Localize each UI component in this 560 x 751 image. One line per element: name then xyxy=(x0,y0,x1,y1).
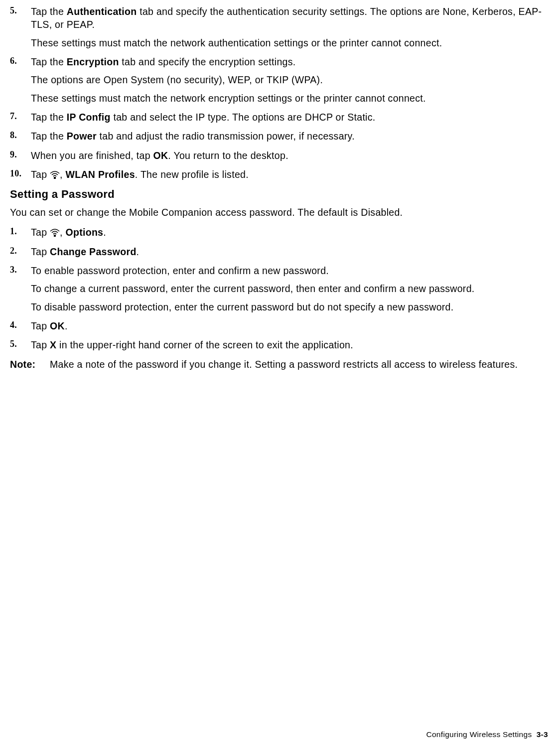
instruction-list-continued: 5.Tap the Authentication tab and specify… xyxy=(10,5,550,181)
item-content: Tap OK. xyxy=(31,319,550,332)
list-item: 10.Tap , WLAN Profiles. The new profile … xyxy=(10,168,550,181)
bold-text: Encryption xyxy=(67,56,119,67)
list-item: 2.Tap Change Password. xyxy=(10,245,550,258)
item-paragraph: The options are Open System (no security… xyxy=(31,73,550,86)
item-paragraph: Tap Change Password. xyxy=(31,245,550,258)
item-content: Tap , Options. xyxy=(31,226,550,239)
item-paragraph: Tap the Authentication tab and specify t… xyxy=(31,5,550,31)
list-item: 9.When you are finished, tap OK. You ret… xyxy=(10,149,550,162)
bold-text: Power xyxy=(67,131,97,142)
list-item: 4.Tap OK. xyxy=(10,319,550,332)
item-paragraph: Tap OK. xyxy=(31,319,550,332)
note-body: Make a note of the password if you chang… xyxy=(50,358,550,371)
item-number: 3. xyxy=(10,264,31,275)
svg-rect-1 xyxy=(54,235,56,237)
item-content: Tap , WLAN Profiles. The new profile is … xyxy=(31,168,550,181)
list-item: 3.To enable password protection, enter a… xyxy=(10,264,550,313)
item-paragraph: To disable password protection, enter th… xyxy=(31,300,550,313)
item-paragraph: Tap , WLAN Profiles. The new profile is … xyxy=(31,168,550,181)
item-content: Tap X in the upper-right hand corner of … xyxy=(31,338,550,351)
section-intro: You can set or change the Mobile Compani… xyxy=(10,206,550,219)
item-paragraph: When you are finished, tap OK. You retur… xyxy=(31,149,550,162)
item-paragraph: Tap the Encryption tab and specify the e… xyxy=(31,55,550,68)
signal-icon xyxy=(50,169,60,178)
list-item: 8.Tap the Power tab and adjust the radio… xyxy=(10,130,550,143)
item-content: To enable password protection, enter and… xyxy=(31,264,550,313)
item-number: 5. xyxy=(10,5,31,16)
page-footer: Configuring Wireless Settings 3-3 xyxy=(426,730,548,739)
list-item: 5.Tap X in the upper-right hand corner o… xyxy=(10,338,550,351)
item-number: 6. xyxy=(10,55,31,66)
item-paragraph: Tap the IP Config tab and select the IP … xyxy=(31,111,550,124)
bold-text: IP Config xyxy=(67,112,111,123)
bold-text: Options xyxy=(66,227,104,238)
bold-text: Change Password xyxy=(50,246,137,257)
item-paragraph: These settings must match the network au… xyxy=(31,36,550,49)
item-number: 5. xyxy=(10,338,31,349)
item-content: When you are finished, tap OK. You retur… xyxy=(31,149,550,162)
item-number: 7. xyxy=(10,111,31,122)
item-number: 9. xyxy=(10,149,31,160)
list-item: 7.Tap the IP Config tab and select the I… xyxy=(10,111,550,124)
bold-text: OK xyxy=(50,320,65,331)
item-content: Tap the Encryption tab and specify the e… xyxy=(31,55,550,105)
footer-page: 3-3 xyxy=(537,730,548,739)
item-paragraph: Tap the Power tab and adjust the radio t… xyxy=(31,130,550,143)
item-paragraph: Tap , Options. xyxy=(31,226,550,239)
bold-text: Authentication xyxy=(67,6,137,17)
item-paragraph: These settings must match the network en… xyxy=(31,92,550,105)
bold-text: X xyxy=(50,339,56,350)
note-label: Note: xyxy=(10,358,50,371)
item-content: Tap the Power tab and adjust the radio t… xyxy=(31,130,550,143)
item-content: Tap the IP Config tab and select the IP … xyxy=(31,111,550,124)
item-paragraph: To enable password protection, enter and… xyxy=(31,264,550,277)
bold-text: WLAN Profiles xyxy=(66,169,135,180)
item-number: 10. xyxy=(10,168,31,179)
bold-text: OK xyxy=(153,150,168,161)
item-paragraph: Tap X in the upper-right hand corner of … xyxy=(31,338,550,351)
list-item: 5.Tap the Authentication tab and specify… xyxy=(10,5,550,49)
signal-icon xyxy=(50,227,60,236)
list-item: 1.Tap , Options. xyxy=(10,226,550,239)
note-block: Note: Make a note of the password if you… xyxy=(10,358,550,371)
item-content: Tap the Authentication tab and specify t… xyxy=(31,5,550,49)
footer-title: Configuring Wireless Settings xyxy=(426,730,532,739)
item-number: 2. xyxy=(10,245,31,256)
section-heading: Setting a Password xyxy=(10,188,550,201)
item-content: Tap Change Password. xyxy=(31,245,550,258)
svg-rect-0 xyxy=(54,177,56,179)
password-instruction-list: 1.Tap , Options.2.Tap Change Password.3.… xyxy=(10,226,550,351)
item-paragraph: To change a current password, enter the … xyxy=(31,282,550,295)
item-number: 1. xyxy=(10,226,31,237)
item-number: 8. xyxy=(10,130,31,141)
list-item: 6.Tap the Encryption tab and specify the… xyxy=(10,55,550,105)
item-number: 4. xyxy=(10,319,31,330)
